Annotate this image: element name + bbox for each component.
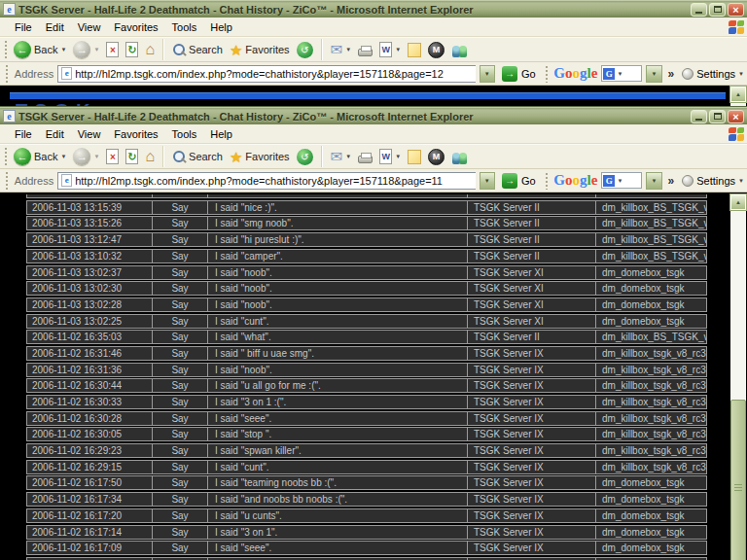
stop-button[interactable]: × — [103, 41, 122, 58]
cell-time: 2006-11-03 13:02:37 — [27, 266, 152, 279]
cell-time: 2006-11-02 16:30:28 — [27, 412, 152, 425]
mail-dropdown-icon[interactable]: ▼ — [345, 47, 351, 52]
scrollbar-track[interactable] — [730, 211, 746, 560]
restore-button[interactable] — [709, 3, 726, 17]
scrollbar-up-button[interactable]: ▲ — [730, 87, 746, 102]
mail-button[interactable]: ✉▼ — [328, 42, 355, 57]
toolbar-overflow-chevron[interactable]: » — [668, 174, 675, 188]
go-button[interactable]: →Go — [499, 66, 539, 82]
menu-file[interactable]: File — [8, 19, 39, 35]
settings-dropdown-icon[interactable]: ▼ — [738, 71, 744, 77]
minimize-button[interactable] — [691, 110, 707, 123]
scrollbar[interactable]: ▲ — [730, 194, 746, 560]
menu-file[interactable]: File — [8, 126, 39, 142]
window-title: TSGK Server - Half-Life 2 Deathmatch - C… — [18, 4, 688, 16]
search-button[interactable]: Search — [169, 42, 226, 58]
go-button[interactable]: →Go — [499, 173, 539, 189]
google-search-box[interactable]: G▼ — [601, 172, 642, 189]
close-button[interactable]: × — [728, 3, 744, 17]
menu-favorites[interactable]: Favorites — [107, 126, 164, 142]
favorites-button[interactable]: ★Favorites — [227, 149, 293, 165]
edit-with-word-button[interactable]: W▼ — [376, 148, 404, 165]
edit-with-word-button[interactable]: W▼ — [376, 41, 404, 58]
home-button[interactable]: ⌂ — [142, 41, 158, 58]
menu-help[interactable]: Help — [203, 126, 239, 142]
minimize-button[interactable] — [691, 3, 707, 17]
search-button[interactable]: Search — [169, 149, 226, 165]
refresh-button[interactable]: ↻ — [123, 41, 141, 58]
stop-button[interactable]: × — [103, 148, 122, 165]
menu-tools[interactable]: Tools — [165, 126, 204, 142]
settings-button[interactable]: Settings▼ — [682, 175, 744, 187]
forward-icon: → — [73, 148, 90, 165]
cell-say: Say — [152, 412, 207, 425]
menu-view[interactable]: View — [71, 19, 108, 35]
toolbar-grip[interactable] — [4, 147, 8, 166]
title-bar[interactable]: e TSGK Server - Half-Life 2 Deathmatch -… — [0, 0, 747, 18]
messenger-button[interactable] — [448, 148, 473, 165]
back-button[interactable]: ←Back▼ — [11, 40, 69, 59]
refresh-button[interactable]: ↻ — [123, 148, 141, 165]
google-search-box[interactable]: G▼ — [601, 65, 642, 82]
menu-edit[interactable]: Edit — [39, 126, 71, 142]
media-button[interactable]: M — [425, 148, 447, 166]
discuss-button[interactable] — [405, 149, 424, 165]
addressbar-grip[interactable] — [5, 64, 9, 84]
google-dropdown-icon[interactable]: ▼ — [617, 71, 622, 77]
mail-button[interactable]: ✉▼ — [328, 149, 355, 164]
toolbar-separator — [545, 65, 549, 83]
address-dropdown-button[interactable]: ▼ — [480, 172, 495, 190]
cell-msg: I said "teaming noobs bb :(". — [207, 476, 467, 489]
close-button[interactable]: × — [728, 110, 744, 123]
menu-tools[interactable]: Tools — [165, 19, 204, 35]
favorites-button[interactable]: ★Favorites — [227, 42, 293, 58]
toolbar-grip[interactable] — [4, 40, 8, 59]
table-row-partial — [26, 194, 707, 198]
cell-msg: I said "noob". — [207, 266, 467, 279]
media-button[interactable]: M — [425, 41, 447, 59]
menu-help[interactable]: Help — [203, 19, 239, 35]
title-bar[interactable]: e TSGK Server - Half-Life 2 Deathmatch -… — [0, 107, 747, 124]
mail-dropdown-icon[interactable]: ▼ — [345, 154, 351, 159]
scrollbar[interactable]: ▲ — [730, 87, 746, 107]
discuss-button[interactable] — [405, 42, 424, 58]
history-button[interactable]: ↺ — [294, 41, 316, 59]
print-button[interactable] — [355, 43, 375, 57]
menu-view[interactable]: View — [71, 126, 108, 142]
menu-edit[interactable]: Edit — [39, 19, 71, 35]
google-toolbar-dropdown[interactable]: ▼ — [646, 65, 661, 83]
cell-time: 2006-11-02 16:30:44 — [27, 379, 152, 392]
back-dropdown-icon[interactable]: ▼ — [60, 154, 66, 159]
address-input[interactable]: ehttp://hl2mp.tsgk.com/index.php?mode=ch… — [57, 65, 475, 83]
history-button[interactable]: ↺ — [294, 148, 316, 166]
back-dropdown-icon[interactable]: ▼ — [60, 47, 66, 52]
cell-say: Say — [152, 250, 207, 262]
forward-button[interactable]: →▼ — [70, 40, 102, 59]
menu-favorites[interactable]: Favorites — [107, 19, 164, 35]
settings-button[interactable]: Settings▼ — [682, 68, 744, 80]
google-dropdown-icon[interactable]: ▼ — [617, 178, 622, 184]
settings-dropdown-icon[interactable]: ▼ — [738, 178, 744, 184]
back-button[interactable]: ←Back▼ — [11, 147, 69, 166]
address-bar: Address ehttp://hl2mp.tsgk.com/index.php… — [0, 169, 747, 192]
addressbar-grip[interactable] — [5, 171, 9, 191]
address-input[interactable]: ehttp://hl2mp.tsgk.com/index.php?mode=ch… — [57, 172, 475, 190]
forward-button[interactable]: →▼ — [70, 147, 102, 166]
address-dropdown-button[interactable]: ▼ — [480, 65, 495, 83]
edit-dropdown-icon[interactable]: ▼ — [395, 47, 401, 52]
edit-dropdown-icon[interactable]: ▼ — [395, 154, 401, 159]
refresh-icon: ↻ — [125, 149, 138, 164]
cell-say: Say — [152, 476, 207, 489]
google-toolbar-dropdown[interactable]: ▼ — [646, 172, 661, 190]
toolbar-overflow-chevron[interactable]: » — [668, 67, 675, 81]
home-button[interactable]: ⌂ — [142, 148, 158, 165]
restore-button[interactable] — [709, 110, 726, 123]
favorites-star-icon: ★ — [230, 43, 242, 57]
scrollbar-up-button[interactable]: ▲ — [730, 194, 746, 210]
cell-msg: I said "stop ". — [207, 428, 467, 440]
cell-map: dm_killbox_BS_TSGK_v3 — [595, 233, 706, 246]
print-button[interactable] — [355, 150, 375, 164]
messenger-button[interactable] — [448, 41, 473, 58]
media-icon: M — [428, 149, 445, 165]
scrollbar-thumb[interactable] — [730, 400, 746, 560]
